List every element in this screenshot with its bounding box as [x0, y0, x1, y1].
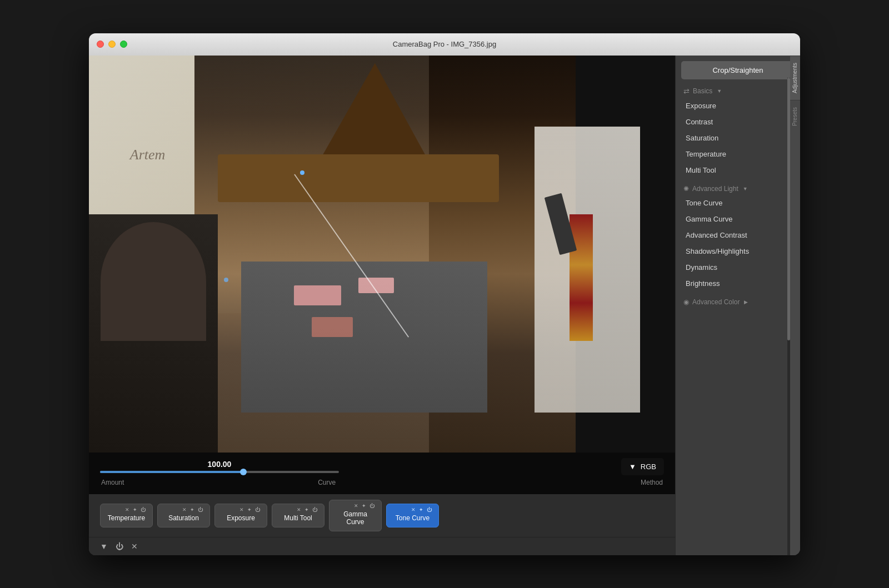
basics-section-header: ⇄ Basics ▼	[676, 83, 790, 98]
tab-presets[interactable]: Presets	[790, 100, 800, 133]
crop-straighten-button[interactable]: Crop/Straighten	[681, 61, 795, 79]
tool-chip-multi-tool[interactable]: ✕ ✦ ⏻ Multi Tool	[272, 504, 324, 527]
chip-label: Tone Curve	[396, 514, 429, 522]
tool-chip-saturation[interactable]: ✕ ✦ ⏻ Saturation	[157, 504, 210, 527]
chip-settings-icon[interactable]: ✦	[362, 503, 366, 509]
color-wheel-icon: ◉	[683, 298, 689, 306]
chip-close-icon[interactable]: ✕	[239, 507, 244, 512]
chip-icons: ✕ ✦ ⏻	[222, 507, 260, 512]
chip-label: GammaCurve	[343, 510, 367, 526]
dropdown-arrow-icon: ▼	[629, 463, 636, 471]
chip-settings-icon[interactable]: ✦	[133, 507, 137, 512]
curve-label: Curve	[318, 479, 336, 486]
chip-label: Temperature	[108, 514, 145, 522]
chip-settings-icon[interactable]: ✦	[190, 507, 194, 512]
sliders-row: 100.00 ▼	[100, 458, 664, 475]
sliders-icon: ⇄	[683, 87, 690, 96]
amount-group: 100.00	[100, 460, 339, 473]
chip-settings-icon[interactable]: ✦	[304, 507, 309, 512]
tab-adjustments[interactable]: Adjustments	[790, 56, 800, 100]
scrollbar-track	[787, 78, 790, 555]
chip-power-icon[interactable]: ⏻	[312, 507, 317, 512]
chip-icons: ✕ ✦ ⏻	[107, 507, 146, 512]
photo-text-artem: Artem	[130, 147, 166, 163]
slider-fill	[100, 471, 243, 473]
chip-power-icon[interactable]: ⏻	[198, 507, 203, 512]
advanced-color-arrow-icon: ▶	[744, 299, 748, 305]
advanced-color-section-header: ◉ Advanced Color ▶	[676, 294, 790, 308]
close-toolbar-icon[interactable]: ✕	[131, 542, 138, 551]
power-toolbar-icon[interactable]: ⏻	[116, 542, 123, 551]
chip-label: Multi Tool	[284, 514, 312, 522]
maximize-button[interactable]	[120, 41, 127, 48]
advanced-light-menu-item-brightness[interactable]: Brightness	[678, 275, 788, 292]
advanced-light-section-header: ✺ Advanced Light ▼	[676, 180, 790, 195]
chip-power-icon[interactable]: ⏻	[427, 507, 432, 512]
method-value: RGB	[641, 463, 656, 471]
tool-chips-row: ✕ ✦ ⏻ Temperature ✕ ✦ ⏻ Saturation	[89, 494, 675, 537]
chip-icons: ✕ ✦ ⏻	[164, 507, 203, 512]
chip-settings-icon[interactable]: ✦	[247, 507, 252, 512]
advanced-light-menu-item-advanced-contrast[interactable]: Advanced Contrast	[678, 227, 788, 243]
traffic-lights	[97, 41, 127, 48]
window-title: CameraBag Pro - IMG_7356.jpg	[393, 40, 496, 48]
chip-settings-icon[interactable]: ✦	[419, 507, 423, 512]
tool-chip-tone-curve[interactable]: ✕ ✦ ⏻ Tone Curve	[386, 504, 439, 527]
advanced-light-menu-item-gamma-curve[interactable]: Gamma Curve	[678, 211, 788, 227]
tool-chip-exposure[interactable]: ✕ ✦ ⏻ Exposure	[214, 504, 267, 527]
photo: Artem	[89, 56, 675, 453]
slider-thumb	[240, 469, 247, 475]
tool-chip-temperature[interactable]: ✕ ✦ ⏻ Temperature	[100, 504, 153, 527]
labels-row: Amount Curve Method	[100, 479, 664, 486]
basics-menu-item-contrast[interactable]: Contrast	[678, 114, 788, 130]
chip-power-icon[interactable]: ⏻	[255, 507, 260, 512]
close-button[interactable]	[97, 41, 104, 48]
image-container: Artem	[89, 56, 675, 453]
basics-label: Basics	[693, 87, 712, 95]
chip-icons: ✕ ✦ ⏻	[336, 503, 374, 509]
advanced-light-menu-item-dynamics[interactable]: Dynamics	[678, 259, 788, 275]
crop-btn-wrapper: Crop/Straighten	[676, 56, 800, 83]
amount-label: Amount	[101, 479, 124, 486]
chip-close-icon[interactable]: ✕	[182, 507, 187, 512]
basics-menu-item-saturation[interactable]: Saturation	[678, 130, 788, 146]
bottom-toolbar: ▼ ⏻ ✕	[89, 537, 675, 555]
chip-close-icon[interactable]: ✕	[125, 507, 129, 512]
advanced-light-arrow-icon: ▼	[743, 186, 748, 192]
chip-icons: ✕ ✦ ⏻	[279, 507, 317, 512]
basics-menu-item-temperature[interactable]: Temperature	[678, 146, 788, 162]
chip-close-icon[interactable]: ✕	[297, 507, 301, 512]
app-window: CameraBag Pro - IMG_7356.jpg	[89, 33, 800, 555]
amount-slider[interactable]	[100, 471, 339, 473]
advanced-light-label: Advanced Light	[692, 185, 738, 193]
chip-label: Saturation	[168, 514, 199, 522]
minimize-button[interactable]	[108, 41, 116, 48]
controls-overlay: 100.00 ▼	[89, 453, 675, 494]
amount-value: 100.00	[208, 460, 232, 469]
method-dropdown[interactable]: ▼ RGB	[621, 458, 664, 475]
basics-arrow-icon: ▼	[717, 88, 722, 94]
vertical-tabs: Adjustments Presets	[790, 56, 800, 555]
chip-power-icon[interactable]: ⏻	[141, 507, 146, 512]
advanced-light-menu-item-tone-curve[interactable]: Tone Curve	[678, 195, 788, 211]
sun-icon: ✺	[683, 185, 689, 193]
method-label: Method	[641, 479, 663, 486]
basics-menu-item-multi-tool[interactable]: Multi Tool	[678, 162, 788, 178]
right-panel: ▶ Crop/Straighten Adjustments Presets ⇄ …	[675, 56, 800, 555]
panel-content: ⇄ Basics ▼ Exposure Contrast Saturation …	[676, 83, 790, 555]
titlebar: CameraBag Pro - IMG_7356.jpg	[89, 33, 800, 56]
image-area: Artem 100.00	[89, 56, 675, 555]
tool-chip-gamma-curve[interactable]: ✕ ✦ ⏻ GammaCurve	[329, 500, 382, 531]
chip-power-icon[interactable]: ⏻	[369, 503, 374, 509]
chip-icons: ✕ ✦ ⏻	[393, 507, 432, 512]
amount-slider-wrapper	[100, 471, 339, 473]
basics-menu-item-exposure[interactable]: Exposure	[678, 98, 788, 114]
scrollbar-thumb[interactable]	[787, 78, 790, 340]
method-group: ▼ RGB	[621, 458, 664, 475]
chip-close-icon[interactable]: ✕	[354, 503, 358, 509]
chip-label: Exposure	[227, 514, 255, 522]
dropdown-toolbar-icon[interactable]: ▼	[100, 542, 108, 551]
advanced-light-menu-item-shadows-highlights[interactable]: Shadows/Highlights	[678, 243, 788, 259]
main-content: Artem 100.00	[89, 56, 800, 555]
chip-close-icon[interactable]: ✕	[411, 507, 416, 512]
